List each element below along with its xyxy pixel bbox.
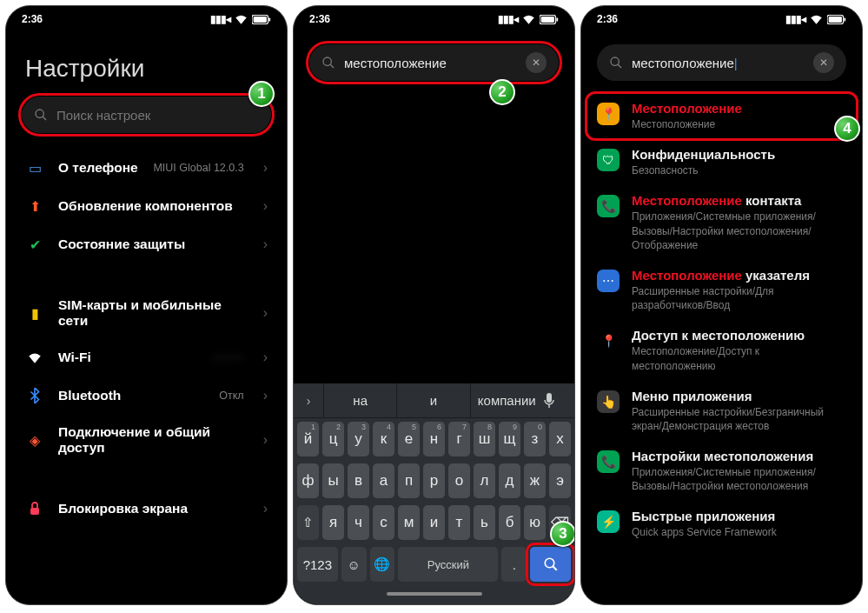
clear-icon[interactable]: ✕	[526, 52, 547, 73]
svg-rect-15	[829, 17, 842, 23]
key[interactable]: ь	[474, 505, 495, 540]
key[interactable]: 3у	[348, 422, 369, 456]
item-bluetooth[interactable]: Bluetooth Откл ›	[6, 376, 287, 415]
svg-point-3	[36, 110, 43, 117]
key[interactable]: л	[474, 463, 495, 498]
key[interactable]: 8ш	[474, 422, 495, 456]
result-location[interactable]: 📍 Местоположение Местоположение	[581, 93, 862, 139]
clear-icon[interactable]: ✕	[813, 52, 834, 73]
key[interactable]: э	[549, 463, 571, 498]
touch-icon: 👆	[597, 390, 620, 413]
key[interactable]: 6н	[423, 422, 445, 456]
key[interactable]: х	[549, 422, 571, 456]
clock: 2:36	[309, 13, 330, 25]
key[interactable]: ч	[348, 505, 369, 540]
phone-settings-home: 2:36 ▮▮▮◂ Настройки Поиск настроек 1 ▭	[5, 5, 288, 605]
key[interactable]: ы	[322, 463, 344, 498]
key[interactable]: я	[322, 505, 344, 540]
globe-key[interactable]: 🌐	[370, 547, 395, 582]
result-privacy[interactable]: 🛡 Конфиденциальность Безопасность	[581, 139, 862, 185]
settings-list: ▭ О телефоне MIUI Global 12.0.3 › ⬆ Обно…	[6, 149, 287, 528]
key[interactable]: 0з	[524, 422, 546, 456]
search-key[interactable]	[530, 547, 571, 582]
key[interactable]: т	[448, 505, 470, 540]
key[interactable]: 9щ	[499, 422, 520, 456]
shift-key[interactable]: ⇧	[297, 505, 319, 540]
annotation-badge-3: 3	[550, 521, 575, 547]
svg-line-4	[43, 117, 46, 120]
key[interactable]: о	[448, 463, 470, 498]
search-input[interactable]: местоположение| ✕	[597, 44, 846, 81]
chevron-right-icon: ›	[263, 350, 268, 365]
symbols-key[interactable]: ?123	[297, 547, 338, 582]
quick-apps-icon: ⚡	[597, 510, 620, 533]
key[interactable]: ж	[524, 463, 546, 498]
svg-rect-5	[30, 508, 39, 515]
mic-icon[interactable]	[543, 393, 574, 409]
key[interactable]: а	[373, 463, 394, 498]
item-security-status[interactable]: ✔ Состояние защиты ›	[6, 225, 287, 263]
suggestion-expand-icon[interactable]: ›	[294, 394, 323, 408]
key[interactable]: 1й	[297, 422, 319, 456]
key[interactable]: ф	[297, 463, 319, 498]
battery-icon	[252, 15, 271, 24]
result-quick-apps[interactable]: ⚡ Быстрые приложения Quick apps Service …	[581, 501, 862, 547]
space-key[interactable]: Русский	[398, 547, 498, 582]
search-icon	[543, 556, 559, 572]
item-wifi[interactable]: Wi-Fi ——— ›	[6, 338, 287, 376]
key[interactable]: д	[499, 463, 520, 498]
key[interactable]: 7г	[448, 422, 470, 456]
search-input[interactable]: Поиск настроек	[22, 97, 271, 133]
item-connection-sharing[interactable]: ◈ Подключение и общий доступ ›	[6, 415, 287, 465]
key[interactable]: 2ц	[322, 422, 344, 456]
result-app-menu[interactable]: 👆 Меню приложения Расширенные настройки/…	[581, 381, 862, 441]
wifi-icon	[522, 14, 535, 24]
search-placeholder: Поиск настроек	[56, 108, 150, 123]
emoji-key[interactable]: ☺	[341, 547, 367, 582]
svg-line-18	[618, 64, 621, 68]
location-icon: 📍	[597, 103, 620, 125]
clock: 2:36	[22, 13, 43, 25]
key[interactable]: р	[423, 463, 445, 498]
clock: 2:36	[597, 13, 618, 25]
nav-pill[interactable]	[387, 592, 482, 596]
key[interactable]: 4к	[373, 422, 394, 456]
location-pin-icon: 📍	[597, 330, 620, 352]
key[interactable]: 5е	[398, 422, 420, 456]
key[interactable]: и	[423, 505, 445, 540]
item-component-updates[interactable]: ⬆ Обновление компонентов ›	[6, 187, 287, 225]
suggestion-word[interactable]: на	[323, 383, 396, 417]
svg-point-9	[323, 57, 331, 65]
suggestion-word[interactable]: и	[396, 383, 469, 417]
search-input[interactable]: местоположение ✕	[309, 44, 559, 81]
item-lock-screen[interactable]: Блокировка экрана ›	[6, 490, 287, 528]
wifi-icon	[25, 348, 44, 367]
about-phone-icon: ▭	[25, 158, 44, 177]
key[interactable]: б	[499, 505, 520, 540]
status-icons: ▮▮▮◂	[210, 13, 271, 25]
search-value: местоположение|	[632, 56, 738, 70]
status-bar: 2:36 ▮▮▮◂	[581, 6, 862, 32]
search-value: местоположение	[344, 56, 447, 70]
result-pointer-location[interactable]: ⋯ Местоположение указателя Расширенные н…	[581, 260, 862, 320]
key[interactable]: п	[398, 463, 420, 498]
item-about-phone[interactable]: ▭ О телефоне MIUI Global 12.0.3 ›	[6, 149, 287, 187]
wifi-icon	[810, 14, 823, 24]
suggestion-word[interactable]: компании	[470, 383, 543, 417]
signal-icon: ▮▮▮◂	[210, 13, 230, 25]
chevron-right-icon: ›	[263, 305, 268, 321]
key[interactable]: м	[398, 505, 420, 540]
chevron-right-icon: ›	[263, 388, 268, 403]
period-key[interactable]: .	[501, 547, 527, 582]
key[interactable]: ю	[524, 505, 546, 540]
signal-icon: ▮▮▮◂	[785, 13, 805, 25]
status-icons: ▮▮▮◂	[785, 13, 846, 25]
result-contact-location[interactable]: 📞 Местоположение контакта Приложения/Сис…	[581, 185, 862, 260]
item-sim-cards[interactable]: ▮ SIM-карты и мобильные сети ›	[6, 288, 287, 338]
result-location-access[interactable]: 📍 Доступ к местоположению Местоположение…	[581, 320, 862, 380]
shield-icon: ✔	[25, 235, 44, 254]
key[interactable]: в	[348, 463, 369, 498]
key[interactable]: с	[373, 505, 394, 540]
svg-rect-16	[844, 17, 845, 21]
result-location-settings[interactable]: 📞 Настройки местоположения Приложения/Си…	[581, 441, 862, 501]
